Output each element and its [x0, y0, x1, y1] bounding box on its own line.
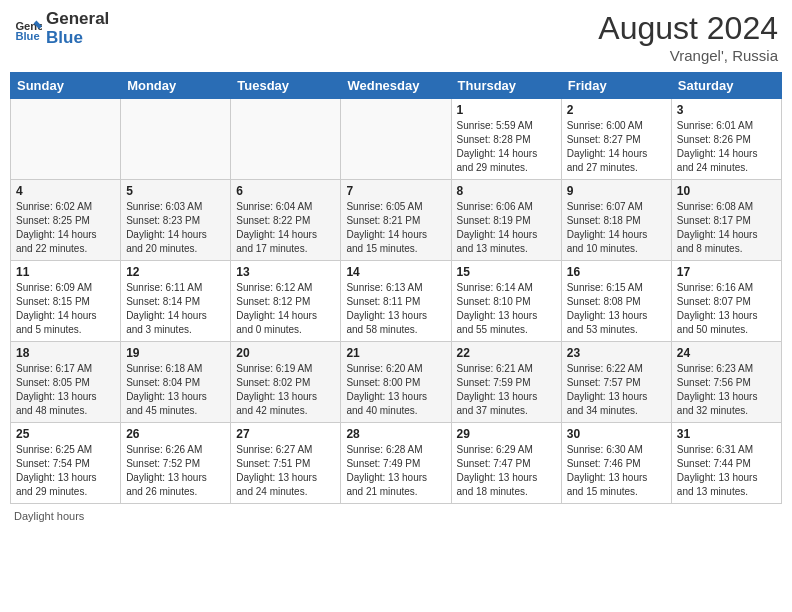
- day-number: 7: [346, 184, 445, 198]
- day-number: 22: [457, 346, 556, 360]
- day-number: 21: [346, 346, 445, 360]
- day-info: Sunrise: 6:30 AM Sunset: 7:46 PM Dayligh…: [567, 443, 666, 499]
- day-info: Sunrise: 6:23 AM Sunset: 7:56 PM Dayligh…: [677, 362, 776, 418]
- day-cell: [341, 99, 451, 180]
- day-info: Sunrise: 6:18 AM Sunset: 8:04 PM Dayligh…: [126, 362, 225, 418]
- day-number: 28: [346, 427, 445, 441]
- day-number: 4: [16, 184, 115, 198]
- col-header-sunday: Sunday: [11, 73, 121, 99]
- day-cell: [11, 99, 121, 180]
- day-cell: [121, 99, 231, 180]
- col-header-saturday: Saturday: [671, 73, 781, 99]
- day-cell: 25Sunrise: 6:25 AM Sunset: 7:54 PM Dayli…: [11, 423, 121, 504]
- day-number: 17: [677, 265, 776, 279]
- day-cell: 24Sunrise: 6:23 AM Sunset: 7:56 PM Dayli…: [671, 342, 781, 423]
- day-info: Sunrise: 6:29 AM Sunset: 7:47 PM Dayligh…: [457, 443, 556, 499]
- day-number: 13: [236, 265, 335, 279]
- day-info: Sunrise: 6:16 AM Sunset: 8:07 PM Dayligh…: [677, 281, 776, 337]
- logo-blue: Blue: [46, 29, 109, 48]
- day-number: 20: [236, 346, 335, 360]
- day-info: Sunrise: 6:00 AM Sunset: 8:27 PM Dayligh…: [567, 119, 666, 175]
- location: Vrangel', Russia: [598, 47, 778, 64]
- day-info: Sunrise: 6:22 AM Sunset: 7:57 PM Dayligh…: [567, 362, 666, 418]
- day-info: Sunrise: 5:59 AM Sunset: 8:28 PM Dayligh…: [457, 119, 556, 175]
- day-number: 18: [16, 346, 115, 360]
- day-number: 25: [16, 427, 115, 441]
- month-year: August 2024: [598, 10, 778, 47]
- day-cell: 7Sunrise: 6:05 AM Sunset: 8:21 PM Daylig…: [341, 180, 451, 261]
- day-number: 8: [457, 184, 556, 198]
- calendar-table: SundayMondayTuesdayWednesdayThursdayFrid…: [10, 72, 782, 504]
- day-cell: [231, 99, 341, 180]
- day-number: 16: [567, 265, 666, 279]
- day-cell: 6Sunrise: 6:04 AM Sunset: 8:22 PM Daylig…: [231, 180, 341, 261]
- day-info: Sunrise: 6:21 AM Sunset: 7:59 PM Dayligh…: [457, 362, 556, 418]
- day-cell: 5Sunrise: 6:03 AM Sunset: 8:23 PM Daylig…: [121, 180, 231, 261]
- day-cell: 20Sunrise: 6:19 AM Sunset: 8:02 PM Dayli…: [231, 342, 341, 423]
- col-header-monday: Monday: [121, 73, 231, 99]
- day-cell: 2Sunrise: 6:00 AM Sunset: 8:27 PM Daylig…: [561, 99, 671, 180]
- day-cell: 8Sunrise: 6:06 AM Sunset: 8:19 PM Daylig…: [451, 180, 561, 261]
- day-info: Sunrise: 6:06 AM Sunset: 8:19 PM Dayligh…: [457, 200, 556, 256]
- day-cell: 18Sunrise: 6:17 AM Sunset: 8:05 PM Dayli…: [11, 342, 121, 423]
- logo-general: General: [46, 10, 109, 29]
- day-number: 10: [677, 184, 776, 198]
- day-number: 11: [16, 265, 115, 279]
- logo: General Blue General Blue: [14, 10, 109, 47]
- day-number: 19: [126, 346, 225, 360]
- footer-note: Daylight hours: [10, 510, 782, 522]
- day-cell: 9Sunrise: 6:07 AM Sunset: 8:18 PM Daylig…: [561, 180, 671, 261]
- day-number: 2: [567, 103, 666, 117]
- day-cell: 12Sunrise: 6:11 AM Sunset: 8:14 PM Dayli…: [121, 261, 231, 342]
- day-number: 23: [567, 346, 666, 360]
- day-info: Sunrise: 6:13 AM Sunset: 8:11 PM Dayligh…: [346, 281, 445, 337]
- week-row-4: 18Sunrise: 6:17 AM Sunset: 8:05 PM Dayli…: [11, 342, 782, 423]
- day-info: Sunrise: 6:15 AM Sunset: 8:08 PM Dayligh…: [567, 281, 666, 337]
- day-number: 5: [126, 184, 225, 198]
- day-info: Sunrise: 6:12 AM Sunset: 8:12 PM Dayligh…: [236, 281, 335, 337]
- day-number: 30: [567, 427, 666, 441]
- day-info: Sunrise: 6:04 AM Sunset: 8:22 PM Dayligh…: [236, 200, 335, 256]
- day-cell: 27Sunrise: 6:27 AM Sunset: 7:51 PM Dayli…: [231, 423, 341, 504]
- day-cell: 16Sunrise: 6:15 AM Sunset: 8:08 PM Dayli…: [561, 261, 671, 342]
- day-cell: 21Sunrise: 6:20 AM Sunset: 8:00 PM Dayli…: [341, 342, 451, 423]
- col-header-friday: Friday: [561, 73, 671, 99]
- day-cell: 14Sunrise: 6:13 AM Sunset: 8:11 PM Dayli…: [341, 261, 451, 342]
- day-info: Sunrise: 6:19 AM Sunset: 8:02 PM Dayligh…: [236, 362, 335, 418]
- day-cell: 11Sunrise: 6:09 AM Sunset: 8:15 PM Dayli…: [11, 261, 121, 342]
- day-cell: 13Sunrise: 6:12 AM Sunset: 8:12 PM Dayli…: [231, 261, 341, 342]
- week-row-1: 1Sunrise: 5:59 AM Sunset: 8:28 PM Daylig…: [11, 99, 782, 180]
- day-info: Sunrise: 6:20 AM Sunset: 8:00 PM Dayligh…: [346, 362, 445, 418]
- day-info: Sunrise: 6:03 AM Sunset: 8:23 PM Dayligh…: [126, 200, 225, 256]
- day-info: Sunrise: 6:31 AM Sunset: 7:44 PM Dayligh…: [677, 443, 776, 499]
- day-info: Sunrise: 6:01 AM Sunset: 8:26 PM Dayligh…: [677, 119, 776, 175]
- day-number: 12: [126, 265, 225, 279]
- day-info: Sunrise: 6:11 AM Sunset: 8:14 PM Dayligh…: [126, 281, 225, 337]
- svg-text:Blue: Blue: [15, 30, 39, 42]
- day-number: 27: [236, 427, 335, 441]
- week-row-2: 4Sunrise: 6:02 AM Sunset: 8:25 PM Daylig…: [11, 180, 782, 261]
- day-number: 24: [677, 346, 776, 360]
- header-row: SundayMondayTuesdayWednesdayThursdayFrid…: [11, 73, 782, 99]
- day-number: 1: [457, 103, 556, 117]
- page-header: General Blue General Blue August 2024 Vr…: [10, 10, 782, 64]
- title-block: August 2024 Vrangel', Russia: [598, 10, 778, 64]
- day-cell: 23Sunrise: 6:22 AM Sunset: 7:57 PM Dayli…: [561, 342, 671, 423]
- day-cell: 22Sunrise: 6:21 AM Sunset: 7:59 PM Dayli…: [451, 342, 561, 423]
- day-cell: 17Sunrise: 6:16 AM Sunset: 8:07 PM Dayli…: [671, 261, 781, 342]
- day-cell: 28Sunrise: 6:28 AM Sunset: 7:49 PM Dayli…: [341, 423, 451, 504]
- day-number: 9: [567, 184, 666, 198]
- day-number: 3: [677, 103, 776, 117]
- day-info: Sunrise: 6:08 AM Sunset: 8:17 PM Dayligh…: [677, 200, 776, 256]
- day-info: Sunrise: 6:05 AM Sunset: 8:21 PM Dayligh…: [346, 200, 445, 256]
- week-row-5: 25Sunrise: 6:25 AM Sunset: 7:54 PM Dayli…: [11, 423, 782, 504]
- day-cell: 29Sunrise: 6:29 AM Sunset: 7:47 PM Dayli…: [451, 423, 561, 504]
- day-cell: 15Sunrise: 6:14 AM Sunset: 8:10 PM Dayli…: [451, 261, 561, 342]
- day-cell: 1Sunrise: 5:59 AM Sunset: 8:28 PM Daylig…: [451, 99, 561, 180]
- day-number: 15: [457, 265, 556, 279]
- day-number: 14: [346, 265, 445, 279]
- day-number: 31: [677, 427, 776, 441]
- day-info: Sunrise: 6:02 AM Sunset: 8:25 PM Dayligh…: [16, 200, 115, 256]
- day-number: 29: [457, 427, 556, 441]
- day-info: Sunrise: 6:07 AM Sunset: 8:18 PM Dayligh…: [567, 200, 666, 256]
